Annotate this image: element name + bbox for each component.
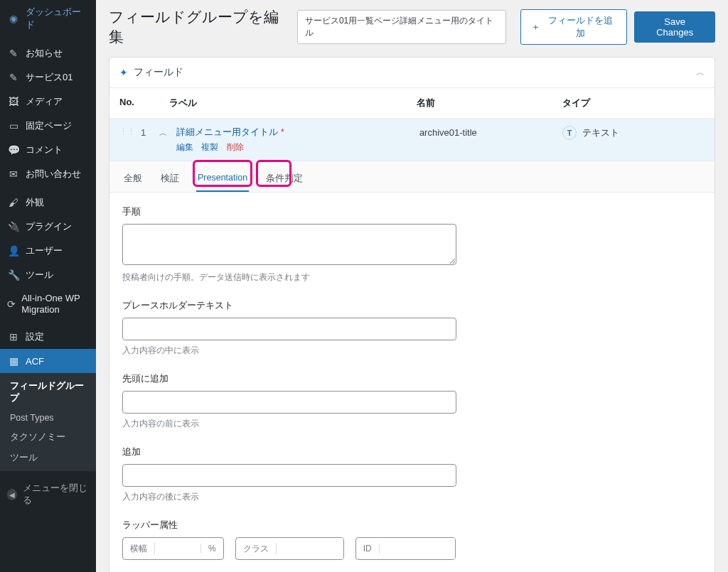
instructions-label: 手順 xyxy=(122,205,702,218)
menu-comments[interactable]: 💬コメント xyxy=(0,138,96,162)
admin-sidebar: ◉ダッシュボード ✎お知らせ ✎サービス01 🖾メディア ▭固定ページ 💬コメン… xyxy=(0,0,96,572)
submenu-post-types[interactable]: Post Types xyxy=(0,409,96,427)
acf-icon: ▦ xyxy=(7,355,20,367)
fields-icon: ✦ xyxy=(119,67,128,78)
wrapper-id-input[interactable] xyxy=(380,538,455,559)
append-label: 追加 xyxy=(122,446,702,458)
menu-settings[interactable]: ⊞設定 xyxy=(0,325,96,349)
menu-tools[interactable]: 🔧ツール xyxy=(0,263,96,287)
wrapper-label: ラッパー属性 xyxy=(122,519,702,531)
menu-plugins[interactable]: 🔌プラグイン xyxy=(0,215,96,239)
comment-icon: 💬 xyxy=(7,144,20,156)
plugin-icon: 🔌 xyxy=(7,220,20,233)
page-title: フィールドグループを編集 xyxy=(109,7,290,47)
row-actions: 編集 複製 削除 xyxy=(176,141,419,153)
field-settings-tabs: 全般 検証 Presentation 条件判定 xyxy=(109,161,714,193)
collapse-menu[interactable]: ◀メニューを閉じる xyxy=(0,475,96,514)
wrapper-class-box: クラス xyxy=(235,537,344,560)
col-no: No. xyxy=(119,97,169,109)
wrapper-width-input[interactable] xyxy=(155,538,200,559)
wrench-icon: 🔧 xyxy=(7,269,20,281)
prepend-input[interactable] xyxy=(122,391,456,414)
append-help: 入力内容の後に表示 xyxy=(122,491,702,503)
tab-conditional[interactable]: 条件判定 xyxy=(264,167,304,192)
mail-icon: ✉ xyxy=(7,168,20,180)
menu-acf[interactable]: ▦ACF xyxy=(0,349,96,373)
tab-validation[interactable]: 検証 xyxy=(159,167,181,192)
wrapper-class-input[interactable] xyxy=(277,538,343,559)
menu-aiowpm[interactable]: ⟳All-in-One WP Migration xyxy=(0,287,96,320)
wrapper-id-box: ID xyxy=(355,537,456,560)
save-changes-button[interactable]: Save Changes xyxy=(634,11,715,43)
add-field-button[interactable]: ＋フィールドを追加 xyxy=(520,9,628,45)
settings-icon: ⊞ xyxy=(7,330,20,343)
menu-media[interactable]: 🖾メディア xyxy=(0,90,96,114)
user-icon: 👤 xyxy=(7,244,20,257)
wrapper-id-label: ID xyxy=(356,544,380,554)
table-header: No. ラベル 名前 タイプ xyxy=(109,88,714,119)
edit-link[interactable]: 編集 xyxy=(176,142,193,152)
wrapper-width-label: 横幅 xyxy=(123,543,155,555)
field-type: テキスト xyxy=(582,126,619,139)
placeholder-help: 入力内容の中に表示 xyxy=(122,345,702,357)
panel-title: フィールド xyxy=(134,66,183,79)
placeholder-label: プレースホルダーテキスト xyxy=(122,299,702,312)
fields-panel: ✦ フィールド ︿ No. ラベル 名前 タイプ ⋮⋮ 1 ︿ 詳細メニュー用タ… xyxy=(109,57,715,572)
append-input[interactable] xyxy=(122,464,456,487)
field-settings-body: 手順 投稿者向けの手順。データ送信時に表示されます プレースホルダーテキスト 入… xyxy=(109,193,714,572)
duplicate-link[interactable]: 複製 xyxy=(201,142,218,152)
page-header: フィールドグループを編集 サービス01用一覧ページ詳細メニュー用のタイトル ＋フ… xyxy=(109,7,715,47)
tab-presentation[interactable]: Presentation xyxy=(196,167,249,192)
dashboard-icon: ◉ xyxy=(7,12,20,25)
required-indicator: * xyxy=(281,126,284,137)
submenu-tools[interactable]: ツール xyxy=(0,448,96,468)
drag-handle-icon[interactable]: ⋮⋮ xyxy=(119,127,135,136)
menu-service01[interactable]: ✎サービス01 xyxy=(0,65,96,90)
instructions-textarea[interactable] xyxy=(122,224,456,265)
col-name: 名前 xyxy=(417,97,562,109)
chevron-up-icon: ︿ xyxy=(696,67,705,79)
collapse-field-icon[interactable]: ︿ xyxy=(159,128,176,139)
media-icon: 🖾 xyxy=(7,95,20,108)
menu-dashboard[interactable]: ◉ダッシュボード xyxy=(0,0,96,37)
main-content: フィールドグループを編集 サービス01用一覧ページ詳細メニュー用のタイトル ＋フ… xyxy=(96,0,728,572)
menu-appearance[interactable]: 🖌外観 xyxy=(0,190,96,215)
col-type: タイプ xyxy=(562,97,705,109)
prepend-help: 入力内容の前に表示 xyxy=(122,418,702,430)
wrapper-width-pct: % xyxy=(200,544,223,554)
megaphone-icon: ✎ xyxy=(7,47,20,60)
col-label: ラベル xyxy=(169,97,417,109)
field-label[interactable]: 詳細メニュー用タイトル xyxy=(176,126,278,137)
tab-general[interactable]: 全般 xyxy=(122,167,144,192)
wrapper-width-box: 横幅 % xyxy=(122,537,224,560)
panel-header[interactable]: ✦ フィールド ︿ xyxy=(109,58,714,88)
submenu-field-groups[interactable]: フィールドグループ xyxy=(0,376,96,409)
field-name: archive01-title xyxy=(419,126,562,138)
field-row[interactable]: ⋮⋮ 1 ︿ 詳細メニュー用タイトル * 編集 複製 削除 archive01-… xyxy=(109,119,714,161)
prepend-label: 先頭に追加 xyxy=(122,372,702,385)
menu-users[interactable]: 👤ユーザー xyxy=(0,239,96,263)
submenu-taxonomies[interactable]: タクソノミー xyxy=(0,427,96,448)
brush-icon: 🖌 xyxy=(7,196,20,209)
delete-link[interactable]: 削除 xyxy=(227,142,244,152)
type-badge-icon: T xyxy=(562,126,577,140)
page-icon: ▭ xyxy=(7,119,20,132)
menu-news[interactable]: ✎お知らせ xyxy=(0,41,96,65)
menu-contact[interactable]: ✉お問い合わせ xyxy=(0,162,96,186)
instructions-help: 投稿者向けの手順。データ送信時に表示されます xyxy=(122,271,702,284)
migrate-icon: ⟳ xyxy=(7,298,16,311)
placeholder-input[interactable] xyxy=(122,318,456,340)
collapse-icon: ◀ xyxy=(7,489,17,500)
plus-icon: ＋ xyxy=(531,21,540,33)
group-name-badge: サービス01用一覧ページ詳細メニュー用のタイトル xyxy=(297,10,506,44)
acf-submenu: フィールドグループ Post Types タクソノミー ツール xyxy=(0,373,96,471)
field-number: 1 xyxy=(141,127,159,138)
menu-pages[interactable]: ▭固定ページ xyxy=(0,114,96,138)
wrapper-class-label: クラス xyxy=(236,543,277,555)
pen-icon: ✎ xyxy=(7,71,20,84)
